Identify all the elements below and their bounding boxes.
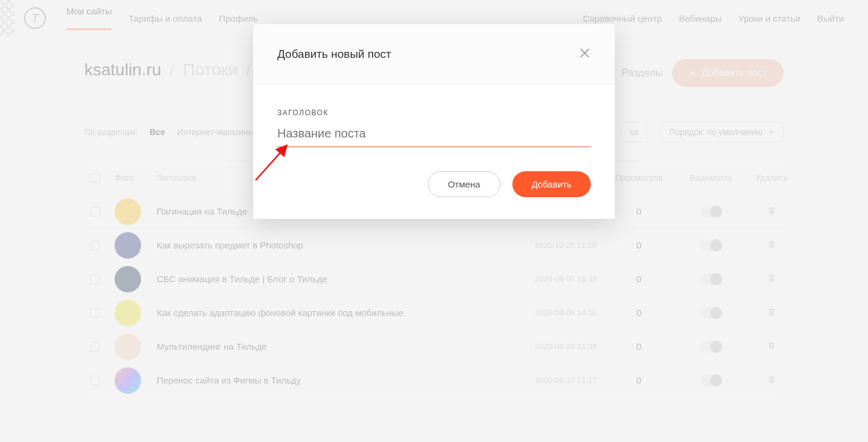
field-label-title: ЗАГОЛОВОК	[277, 109, 591, 117]
modal-title: Добавить новый пост	[277, 48, 391, 61]
post-title-input[interactable]	[277, 123, 591, 147]
modal-header: Добавить новый пост	[253, 24, 615, 84]
close-icon[interactable]	[579, 47, 591, 62]
submit-button[interactable]: Добавить	[512, 171, 591, 197]
modal-body: ЗАГОЛОВОК Отмена Добавить	[253, 84, 615, 219]
add-post-modal: Добавить новый пост ЗАГОЛОВОК Отмена Доб…	[253, 24, 615, 219]
modal-actions: Отмена Добавить	[277, 171, 591, 197]
cancel-button[interactable]: Отмена	[428, 171, 500, 197]
